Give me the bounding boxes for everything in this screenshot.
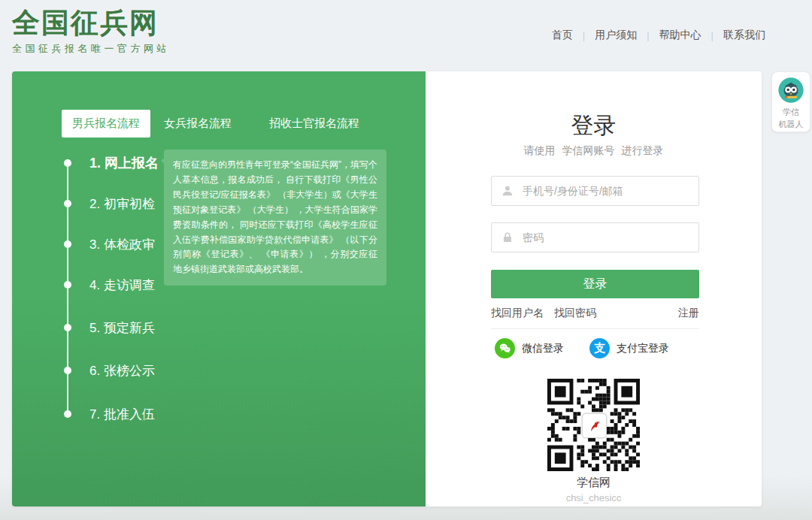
qr-caption: 学信网: [426, 476, 762, 490]
qr-center-logo: [582, 413, 607, 438]
wechat-login-button[interactable]: 微信登录: [495, 338, 564, 358]
flow-step-3: 3. 体检政审: [62, 235, 155, 253]
flow-step-7: 7. 批准入伍: [62, 405, 155, 423]
find-username-link[interactable]: 找回用户名: [491, 307, 544, 320]
nav-separator: |: [647, 30, 649, 41]
lock-icon: [501, 231, 514, 243]
login-title: 登录: [426, 110, 762, 141]
header: 全国征兵网 全国征兵报名唯一官方网站 首页|用户须知|帮助中心|联系我们: [0, 0, 812, 71]
login-qr-code: [547, 379, 640, 471]
step-label: 7. 批准入伍: [89, 406, 155, 423]
main-card: 男兵报名流程女兵报名流程招收士官报名流程 1. 网上报名2. 初审初检3. 体检…: [12, 71, 762, 506]
wechat-icon: [495, 338, 515, 358]
enlist-flow-panel: 男兵报名流程女兵报名流程招收士官报名流程 1. 网上报名2. 初审初检3. 体检…: [12, 71, 426, 506]
social-login-row: 微信登录支支付宝登录: [495, 338, 695, 358]
page-root: 全国征兵网 全国征兵报名唯一官方网站 首页|用户须知|帮助中心|联系我们 男兵报…: [0, 0, 812, 520]
username-field[interactable]: [491, 176, 699, 206]
alipay-icon: 支: [589, 338, 610, 358]
step-label: 3. 体检政审: [89, 236, 155, 253]
nav-separator: |: [583, 30, 585, 41]
flow-step-5: 5. 预定新兵: [62, 319, 155, 337]
flow-step-1: 1. 网上报名: [62, 154, 159, 172]
site-logo-subtitle: 全国征兵报名唯一官方网站: [12, 42, 170, 56]
find-password-link[interactable]: 找回密码: [554, 307, 596, 320]
step-dot: [64, 159, 71, 167]
robot-widget-label: 学信 机器人: [779, 106, 804, 130]
form-divider: [491, 328, 699, 329]
nav-item-2[interactable]: 帮助中心: [659, 29, 701, 42]
step-label: 4. 走访调查: [89, 277, 155, 294]
password-input[interactable]: [521, 231, 698, 244]
login-panel: 登录 请使用 学信网账号 进行登录 登录: [426, 71, 762, 506]
step-dot: [64, 410, 71, 418]
flow-step-6: 6. 张榜公示: [62, 361, 155, 379]
username-input[interactable]: [521, 184, 698, 198]
chsi-robot-widget[interactable]: 学信 机器人: [771, 71, 810, 132]
social-label: 微信登录: [522, 342, 564, 355]
login-subtitle-prefix: 请使用: [524, 144, 556, 156]
site-logo-title: 全国征兵网: [12, 8, 170, 38]
alipay-login-button[interactable]: 支支付宝登录: [589, 338, 669, 358]
step-label: 2. 初审初检: [89, 195, 155, 213]
step-dot: [64, 324, 71, 331]
flow-step-4: 4. 走访调查: [62, 276, 155, 294]
robot-mascot-icon: [777, 77, 804, 104]
login-subtitle: 请使用 学信网账号 进行登录: [426, 144, 762, 158]
flow-tab-2[interactable]: 招收士官报名流程: [259, 110, 370, 138]
password-field[interactable]: [491, 222, 699, 252]
step-dot: [64, 200, 71, 207]
step-dot: [64, 240, 71, 248]
nav-item-3[interactable]: 联系我们: [723, 29, 765, 42]
flow-tab-1[interactable]: 女兵报名流程: [153, 110, 242, 138]
social-label: 支付宝登录: [617, 342, 669, 355]
flow-step-2: 2. 初审初检: [62, 195, 155, 213]
account-links-row: 找回用户名 找回密码 注册: [491, 307, 699, 320]
step-label: 1. 网上报名: [89, 154, 159, 172]
nav-separator: |: [711, 30, 714, 41]
step-label: 6. 张榜公示: [89, 362, 155, 379]
qr-subcaption: chsi_chesicc: [426, 492, 762, 503]
register-link[interactable]: 注册: [678, 307, 699, 320]
step-dot: [64, 367, 71, 374]
login-subtitle-account: 学信网账号: [562, 144, 615, 156]
site-logo[interactable]: 全国征兵网 全国征兵报名唯一官方网站: [12, 8, 170, 56]
flow-tabs: 男兵报名流程女兵报名流程招收士官报名流程: [62, 110, 370, 138]
nav-item-1[interactable]: 用户须知: [595, 29, 637, 42]
user-icon: [501, 185, 514, 197]
login-subtitle-suffix: 进行登录: [621, 144, 663, 156]
step-label: 5. 预定新兵: [89, 319, 155, 337]
step-dot: [64, 281, 71, 289]
chsi-bird-icon: [586, 418, 603, 434]
step1-tooltip: 有应征意向的男性青年可登录“全国征兵网”，填写个人基本信息，报名成功后， 自行下…: [164, 150, 386, 286]
nav-item-0[interactable]: 首页: [552, 29, 573, 42]
flow-tab-0[interactable]: 男兵报名流程: [62, 110, 150, 138]
login-button[interactable]: 登录: [491, 270, 699, 298]
top-nav: 首页|用户须知|帮助中心|联系我们: [552, 29, 765, 42]
